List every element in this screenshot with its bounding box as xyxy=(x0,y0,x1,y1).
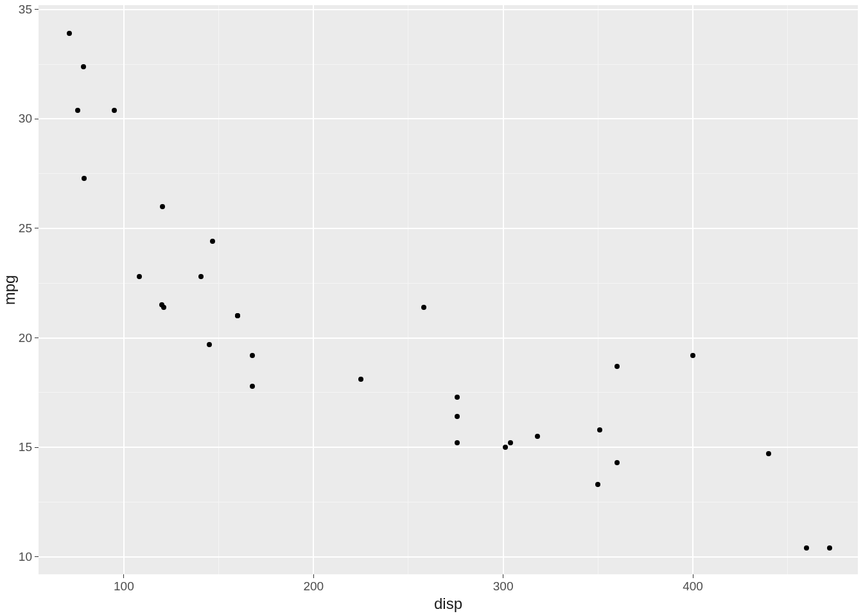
data-point xyxy=(161,305,166,310)
data-point xyxy=(358,377,363,382)
grid-major-vertical xyxy=(503,5,504,574)
grid-major-vertical xyxy=(313,5,314,574)
grid-major-horizontal xyxy=(39,118,858,119)
data-point xyxy=(690,353,695,358)
data-point xyxy=(137,274,142,279)
y-tick-label: 10 xyxy=(0,550,32,564)
data-point xyxy=(67,31,72,36)
data-point xyxy=(160,204,165,209)
x-tick-label: 100 xyxy=(114,579,134,594)
x-tick-mark xyxy=(693,574,693,578)
data-point xyxy=(81,64,86,69)
grid-minor-horizontal xyxy=(39,283,858,284)
data-point xyxy=(455,395,460,400)
data-point xyxy=(455,414,460,419)
y-tick-mark xyxy=(35,119,39,119)
grid-minor-horizontal xyxy=(39,173,858,174)
y-tick-mark xyxy=(35,9,39,10)
data-point xyxy=(421,305,426,310)
y-tick-label: 35 xyxy=(0,3,32,17)
grid-minor-vertical xyxy=(408,5,408,574)
y-tick-label: 25 xyxy=(0,221,32,235)
data-point xyxy=(595,482,600,487)
x-tick-mark xyxy=(123,574,124,578)
y-tick-label: 30 xyxy=(0,112,32,126)
grid-minor-horizontal xyxy=(39,64,858,65)
data-point xyxy=(198,274,204,279)
data-point xyxy=(250,353,255,358)
data-point xyxy=(615,460,620,465)
grid-major-horizontal xyxy=(39,338,858,339)
grid-minor-horizontal xyxy=(39,502,858,502)
data-point xyxy=(455,440,460,445)
grid-minor-vertical xyxy=(218,5,219,574)
grid-major-horizontal xyxy=(39,556,858,558)
x-tick-label: 200 xyxy=(303,579,324,594)
x-tick-mark xyxy=(503,574,503,578)
x-axis-title: disp xyxy=(434,595,462,613)
data-point xyxy=(503,445,508,450)
data-point xyxy=(235,313,240,318)
data-point xyxy=(207,342,212,347)
data-point xyxy=(804,545,809,551)
grid-minor-vertical xyxy=(598,5,598,574)
data-point xyxy=(766,451,771,456)
data-point xyxy=(250,384,255,389)
y-tick-mark xyxy=(35,447,39,448)
data-point xyxy=(827,545,832,551)
plot-panel xyxy=(39,5,858,574)
grid-major-vertical xyxy=(123,5,125,574)
grid-major-vertical xyxy=(692,5,693,574)
data-point xyxy=(82,176,87,181)
grid-minor-horizontal xyxy=(39,392,858,393)
x-tick-mark xyxy=(313,574,314,578)
grid-minor-vertical xyxy=(787,5,788,574)
y-tick-label: 15 xyxy=(0,440,32,454)
data-point xyxy=(75,108,80,113)
data-point xyxy=(597,427,602,432)
x-tick-label: 400 xyxy=(683,579,703,594)
x-tick-label: 300 xyxy=(493,579,514,594)
data-point xyxy=(508,440,513,445)
y-tick-mark xyxy=(35,228,39,228)
data-point xyxy=(210,239,215,244)
data-point xyxy=(535,434,540,439)
y-tick-label: 20 xyxy=(0,331,32,345)
grid-major-horizontal xyxy=(39,9,858,10)
y-axis-title: mpg xyxy=(1,275,19,305)
chart-figure: 100200300400 101520253035 disp mpg xyxy=(0,0,863,616)
y-tick-mark xyxy=(35,338,39,338)
data-point xyxy=(615,364,620,369)
y-tick-mark xyxy=(35,556,39,557)
grid-major-horizontal xyxy=(39,228,858,229)
data-point xyxy=(112,108,117,113)
grid-major-horizontal xyxy=(39,447,858,448)
